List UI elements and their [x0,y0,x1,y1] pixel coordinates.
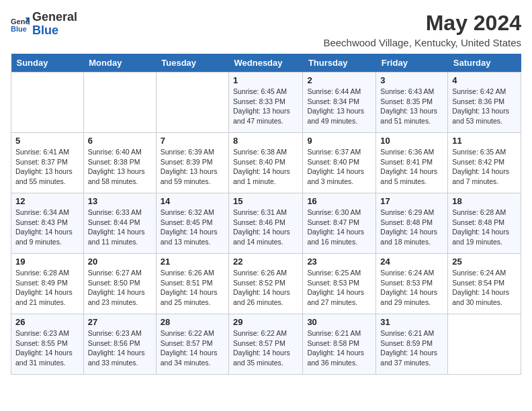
day-number: 13 [88,196,152,206]
logo-general-text: General [32,11,77,24]
calendar-week-2: 5Sunrise: 6:41 AM Sunset: 8:37 PM Daylig… [11,133,521,193]
day-info: Sunrise: 6:34 AM Sunset: 8:43 PM Dayligh… [15,208,79,247]
table-row [83,73,156,133]
day-number: 24 [380,257,443,267]
day-info: Sunrise: 6:45 AM Sunset: 8:33 PM Dayligh… [233,87,298,126]
day-info: Sunrise: 6:21 AM Sunset: 8:58 PM Dayligh… [307,328,371,368]
table-row: 17Sunrise: 6:29 AM Sunset: 8:48 PM Dayli… [376,193,448,254]
day-info: Sunrise: 6:30 AM Sunset: 8:47 PM Dayligh… [307,208,371,247]
day-number: 9 [307,136,371,146]
day-info: Sunrise: 6:42 AM Sunset: 8:36 PM Dayligh… [452,87,517,126]
table-row: 31Sunrise: 6:21 AM Sunset: 8:59 PM Dayli… [376,314,448,375]
day-number: 25 [452,257,517,267]
table-row: 9Sunrise: 6:37 AM Sunset: 8:40 PM Daylig… [303,133,376,193]
day-info: Sunrise: 6:43 AM Sunset: 8:35 PM Dayligh… [380,87,443,126]
day-number: 18 [452,196,517,206]
table-row: 26Sunrise: 6:23 AM Sunset: 8:55 PM Dayli… [11,314,84,375]
table-row: 24Sunrise: 6:24 AM Sunset: 8:53 PM Dayli… [376,254,448,314]
day-info: Sunrise: 6:24 AM Sunset: 8:53 PM Dayligh… [380,268,443,308]
day-info: Sunrise: 6:25 AM Sunset: 8:53 PM Dayligh… [307,268,371,308]
header-tuesday: Tuesday [156,54,228,73]
day-number: 7 [161,136,224,146]
table-row: 11Sunrise: 6:35 AM Sunset: 8:42 PM Dayli… [448,133,521,193]
day-number: 27 [88,317,152,327]
day-number: 8 [233,136,298,146]
day-info: Sunrise: 6:33 AM Sunset: 8:44 PM Dayligh… [88,208,152,247]
day-info: Sunrise: 6:29 AM Sunset: 8:48 PM Dayligh… [380,208,443,247]
day-number: 4 [452,75,517,85]
day-info: Sunrise: 6:28 AM Sunset: 8:48 PM Dayligh… [452,208,517,247]
table-row: 16Sunrise: 6:30 AM Sunset: 8:47 PM Dayli… [303,193,376,254]
table-row: 21Sunrise: 6:26 AM Sunset: 8:51 PM Dayli… [156,254,228,314]
table-row [156,73,228,133]
calendar-week-1: 1Sunrise: 6:45 AM Sunset: 8:33 PM Daylig… [11,73,521,133]
main-title: May 2024 [323,11,521,36]
day-number: 12 [15,196,79,206]
calendar-header-row: SundayMondayTuesdayWednesdayThursdayFrid… [11,54,521,73]
table-row: 30Sunrise: 6:21 AM Sunset: 8:58 PM Dayli… [303,314,376,375]
table-row: 27Sunrise: 6:23 AM Sunset: 8:56 PM Dayli… [83,314,156,375]
table-row: 3Sunrise: 6:43 AM Sunset: 8:35 PM Daylig… [376,73,448,133]
calendar-week-5: 26Sunrise: 6:23 AM Sunset: 8:55 PM Dayli… [11,314,521,375]
day-info: Sunrise: 6:40 AM Sunset: 8:38 PM Dayligh… [88,147,152,187]
header-sunday: Sunday [11,54,84,73]
day-number: 1 [233,75,298,85]
day-number: 3 [380,75,443,85]
table-row: 18Sunrise: 6:28 AM Sunset: 8:48 PM Dayli… [448,193,521,254]
header-friday: Friday [376,54,448,73]
day-number: 16 [307,196,371,206]
day-info: Sunrise: 6:23 AM Sunset: 8:55 PM Dayligh… [15,328,79,368]
logo-blue-text: Blue [32,24,77,38]
table-row: 6Sunrise: 6:40 AM Sunset: 8:38 PM Daylig… [83,133,156,193]
day-info: Sunrise: 6:26 AM Sunset: 8:51 PM Dayligh… [161,268,224,308]
day-info: Sunrise: 6:22 AM Sunset: 8:57 PM Dayligh… [161,328,224,368]
table-row: 4Sunrise: 6:42 AM Sunset: 8:36 PM Daylig… [448,73,521,133]
table-row: 15Sunrise: 6:31 AM Sunset: 8:46 PM Dayli… [229,193,303,254]
day-info: Sunrise: 6:32 AM Sunset: 8:45 PM Dayligh… [161,208,224,247]
subtitle: Beechwood Village, Kentucky, United Stat… [323,37,521,48]
table-row: 25Sunrise: 6:24 AM Sunset: 8:54 PM Dayli… [448,254,521,314]
logo: General Blue General Blue [11,11,77,38]
day-info: Sunrise: 6:22 AM Sunset: 8:57 PM Dayligh… [233,328,298,368]
day-info: Sunrise: 6:31 AM Sunset: 8:46 PM Dayligh… [233,208,298,247]
table-row: 29Sunrise: 6:22 AM Sunset: 8:57 PM Dayli… [229,314,303,375]
day-number: 21 [161,257,224,267]
day-info: Sunrise: 6:36 AM Sunset: 8:41 PM Dayligh… [380,147,443,187]
logo-icon: General Blue [11,15,30,34]
day-number: 5 [15,136,79,146]
day-number: 31 [380,317,443,327]
table-row: 12Sunrise: 6:34 AM Sunset: 8:43 PM Dayli… [11,193,84,254]
day-number: 15 [233,196,298,206]
table-row: 8Sunrise: 6:38 AM Sunset: 8:40 PM Daylig… [229,133,303,193]
table-row: 23Sunrise: 6:25 AM Sunset: 8:53 PM Dayli… [303,254,376,314]
table-row: 2Sunrise: 6:44 AM Sunset: 8:34 PM Daylig… [303,73,376,133]
day-number: 23 [307,257,371,267]
table-row: 28Sunrise: 6:22 AM Sunset: 8:57 PM Dayli… [156,314,228,375]
table-row: 14Sunrise: 6:32 AM Sunset: 8:45 PM Dayli… [156,193,228,254]
day-info: Sunrise: 6:21 AM Sunset: 8:59 PM Dayligh… [380,328,443,368]
day-info: Sunrise: 6:38 AM Sunset: 8:40 PM Dayligh… [233,147,298,187]
day-info: Sunrise: 6:37 AM Sunset: 8:40 PM Dayligh… [307,147,371,187]
header-monday: Monday [83,54,156,73]
header-thursday: Thursday [303,54,376,73]
table-row: 10Sunrise: 6:36 AM Sunset: 8:41 PM Dayli… [376,133,448,193]
day-number: 11 [452,136,517,146]
day-info: Sunrise: 6:28 AM Sunset: 8:49 PM Dayligh… [15,268,79,308]
day-number: 2 [307,75,371,85]
day-number: 6 [88,136,152,146]
table-row: 19Sunrise: 6:28 AM Sunset: 8:49 PM Dayli… [11,254,84,314]
day-info: Sunrise: 6:44 AM Sunset: 8:34 PM Dayligh… [307,87,371,126]
day-number: 22 [233,257,298,267]
header-saturday: Saturday [448,54,521,73]
day-number: 14 [161,196,224,206]
day-info: Sunrise: 6:24 AM Sunset: 8:54 PM Dayligh… [452,268,517,308]
svg-text:Blue: Blue [11,25,27,33]
table-row: 20Sunrise: 6:27 AM Sunset: 8:50 PM Dayli… [83,254,156,314]
calendar-table: SundayMondayTuesdayWednesdayThursdayFrid… [11,54,521,375]
title-area: May 2024 Beechwood Village, Kentucky, Un… [323,11,521,48]
calendar-week-4: 19Sunrise: 6:28 AM Sunset: 8:49 PM Dayli… [11,254,521,314]
day-info: Sunrise: 6:35 AM Sunset: 8:42 PM Dayligh… [452,147,517,187]
day-number: 29 [233,317,298,327]
day-number: 19 [15,257,79,267]
table-row: 13Sunrise: 6:33 AM Sunset: 8:44 PM Dayli… [83,193,156,254]
